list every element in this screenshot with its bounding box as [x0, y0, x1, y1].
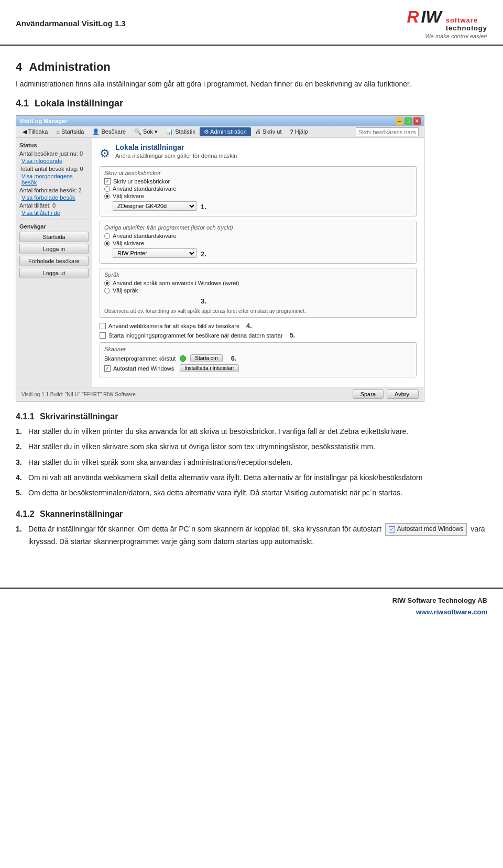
installtad-btn[interactable]: Installtada i Intutiolar:	[180, 364, 239, 372]
nav-logga-in[interactable]: Logga in	[19, 244, 89, 254]
menu-skriv[interactable]: 🖨 Skriv ut	[251, 127, 286, 136]
section4-title: Administration	[29, 60, 111, 73]
kiosk-number: 5.	[290, 331, 296, 339]
section411-number: 4.1.1	[16, 412, 35, 421]
win-titlebar-buttons: ─ □ ✕	[396, 117, 421, 125]
other-printer-select[interactable]: RIW Printer	[113, 248, 196, 258]
list-item: 5. Om detta är besöksterminalen/datorn, …	[16, 487, 487, 499]
radio-sel-lang[interactable]	[104, 288, 110, 294]
page-footer: RIW Software Technology AB www.riwsoftwa…	[0, 588, 503, 624]
logo-iw: IW	[421, 7, 442, 27]
printer-section: Skriv ut besöksbrickor ✓ Skriv ur besöks…	[100, 166, 417, 216]
document-title: Användarmanual VisitLog 1.3	[16, 19, 126, 28]
footer-links: RIW Software Technology AB www.riwsoftwa…	[392, 595, 487, 618]
page-header: Användarmanual VisitLog 1.3 R IW softwar…	[0, 0, 503, 46]
webcam-number: 4.	[246, 322, 252, 330]
win-body: Status Antal besökare just nu: 0 Visa in…	[16, 138, 424, 387]
menu-sok[interactable]: 🔍 Sök ▾	[130, 127, 162, 136]
link-visa-forbokade[interactable]: Visa förbolade besök	[19, 194, 89, 201]
win-bottom-bar: VisitLog 1.1 Build: "NILU" "FF4RT" RIW S…	[16, 387, 424, 401]
printer-number: 1.	[201, 203, 206, 211]
scanner-status-row: Skannerprogrammet körstut Starta om 6.	[104, 354, 412, 362]
scanner-section-title: Skanner	[104, 346, 412, 352]
nav-startsida[interactable]: Startsida	[19, 232, 89, 242]
section41-number: 4.1	[16, 98, 29, 108]
logo-technology: technology	[446, 24, 487, 32]
radio-other-std[interactable]	[104, 233, 110, 239]
link-visa-tillatet[interactable]: Visa tillåtet i de	[19, 209, 89, 216]
maximize-button[interactable]: □	[404, 117, 412, 125]
logo-area: R IW software technology We make control…	[407, 7, 487, 39]
language-number: 3.	[201, 297, 206, 305]
autostart-checkbox[interactable]: ✓	[104, 365, 111, 372]
list-item: 1. Här ställer du in vilken printer du s…	[16, 426, 487, 438]
footer-website: www.riwsoftware.com	[392, 606, 487, 618]
win-titlebar: VisitLog Manager ─ □ ✕	[16, 116, 424, 126]
section4-heading: 4 Administration	[16, 60, 487, 74]
win-left-panel: Status Antal besökare just nu: 0 Visa in…	[16, 138, 92, 387]
link-visa-morgon[interactable]: Visa morgondagens besök	[19, 172, 89, 186]
main-panel-title: Lokala inställningar	[115, 143, 237, 151]
webcam-checkbox[interactable]	[100, 323, 106, 329]
scanner-number: 6.	[231, 354, 237, 362]
status-label: Status	[19, 142, 89, 148]
autostart-badge-check: ✓	[389, 526, 395, 533]
nav-forbokade[interactable]: Förbolade besökare	[19, 256, 89, 266]
printer-select[interactable]: ZDesigner GK420d	[113, 201, 196, 211]
autostart-badge: ✓ Autostart med Windows	[385, 523, 467, 536]
section41-title: Lokala inställningar	[35, 98, 123, 108]
radio-valj-sprak: Välj språk	[104, 287, 412, 294]
radio-valj[interactable]	[104, 193, 110, 199]
radio-standard[interactable]	[104, 186, 110, 192]
other-printers-section: Övriga utskrifter från programmet (listo…	[100, 221, 417, 264]
section411-list: 1. Här ställer du in vilken printer du s…	[16, 426, 487, 498]
webcam-checkbox-row: Använd webbkamera för att skapa bild av …	[100, 322, 417, 330]
kiosk-checkbox[interactable]	[100, 332, 106, 339]
spara-button[interactable]: Spara	[353, 389, 384, 399]
stat-prebooked: Antal förbolade besök: 2	[19, 187, 89, 193]
close-button[interactable]: ✕	[413, 117, 421, 125]
section411-heading: 4.1.1 Skrivarinställningar	[16, 412, 487, 421]
radio-valj-skrivare: Välj skrivare	[104, 193, 412, 199]
left-divider	[19, 220, 89, 220]
section412-heading: 4.1.2 Skannerinställningar	[16, 509, 487, 519]
avbry-button[interactable]: Avbry:	[387, 389, 419, 399]
section4-number: 4	[16, 60, 22, 73]
language-note: Observera att ev. förändring av valt spr…	[104, 308, 412, 314]
main-panel-subtitle: Andra inställningar som gäller för denna…	[115, 153, 237, 159]
menu-statistik[interactable]: 📊 Statistik	[162, 127, 200, 136]
screenshot-container: VisitLog Manager ─ □ ✕ ◀ Tillbaka ⌂ Star…	[16, 115, 424, 402]
link-visa-inloggade[interactable]: Visa inloggande	[19, 157, 89, 165]
search-input[interactable]	[356, 127, 419, 136]
scanner-start-btn[interactable]: Starta om	[190, 354, 222, 362]
language-section: Språk Använd det språk som används i Win…	[100, 268, 417, 318]
menu-administration[interactable]: ⚙ Administration	[200, 127, 251, 136]
minimize-button[interactable]: ─	[396, 117, 403, 125]
footer-company: RIW Software Technology AB	[392, 595, 487, 606]
radio-skrivarbrickor: ✓ Skriv ur besöksbrickor	[104, 178, 412, 185]
menu-startsida[interactable]: ⌂ Startsida	[52, 127, 88, 136]
autostart-checkbox-row: ✓ Autostart med Windows Installtada i In…	[104, 364, 412, 372]
radio-other-sel[interactable]	[104, 241, 110, 246]
radio-windows-l[interactable]	[104, 280, 110, 286]
menu-tillbaka[interactable]: ◀ Tillbaka	[18, 127, 52, 136]
list-item: 1. Detta är inställningar för skanner. O…	[16, 523, 487, 548]
win-main-panel: ⚙ Lokala inställningar Andra inställning…	[92, 138, 424, 387]
intro-para1: I administrationen finns alla inställnin…	[16, 78, 487, 90]
stat-allowed: Antal tillåtet: 0	[19, 202, 89, 209]
radio-standard-skrivare: Använd standardskrivare	[104, 186, 412, 192]
radio-other-valj: Välj skrivare	[104, 240, 412, 246]
nav-logga-ut[interactable]: Logga ut	[19, 268, 89, 278]
list-item: 2. Här ställer du in vilken skrivare som…	[16, 441, 487, 453]
win-menubar: ◀ Tillbaka ⌂ Startsida 👤 Besökare 🔍 Sök …	[16, 126, 424, 138]
menu-besokare[interactable]: 👤 Besökare	[88, 127, 130, 136]
checkbox-skrivarbrickor[interactable]: ✓	[104, 178, 111, 185]
kiosk-checkbox-row: Starta inloggningsprogrammet för besökar…	[100, 331, 417, 339]
logo-r: R	[407, 7, 419, 27]
radio-other-standard: Använd standardskrivare	[104, 233, 412, 239]
logo-software: software	[446, 16, 487, 24]
menu-hjalp[interactable]: ? Hjälp	[286, 127, 312, 136]
radio-windows-lang: Använd det språk som används i Windows (…	[104, 280, 412, 286]
other-printers-title: Övriga utskrifter från programmet (listo…	[104, 224, 412, 231]
win-status-text: VisitLog 1.1 Build: "NILU" "FF4RT" RIW S…	[21, 392, 136, 397]
